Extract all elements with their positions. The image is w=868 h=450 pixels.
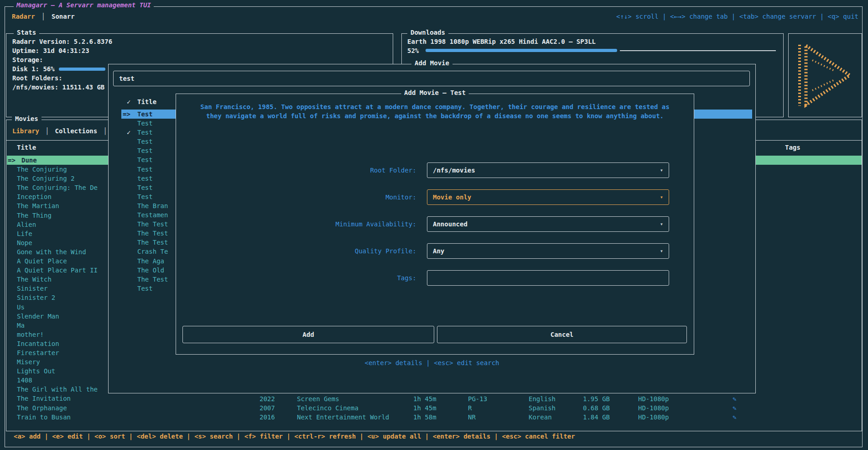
movie-title: Nope <box>17 238 32 247</box>
storage-label: Storage: <box>12 56 43 63</box>
chevron-down-icon: ▾ <box>660 244 663 258</box>
radarr-version: Radarr Version: 5.2.6.8376 <box>12 38 112 45</box>
movie-title: Alien <box>17 220 36 229</box>
table-row[interactable]: 2007 Telecinco Cinema 1h 45m R Spanish 0… <box>6 403 862 413</box>
add-movie-keybinds-help: <enter> details | <esc> edit search <box>109 359 755 366</box>
cell-studio: Telecinco Cinema <box>297 403 359 413</box>
result-title: The Test <box>137 229 168 238</box>
cell-rating: R <box>468 403 472 413</box>
result-title: Test <box>137 146 153 155</box>
selection-arrow: => <box>123 110 130 119</box>
tab-sonarr[interactable]: Sonarr <box>52 13 75 20</box>
movie-title: The Martian <box>17 201 59 210</box>
movie-title: Slender Man <box>17 312 59 321</box>
field-label: Quality Profile: <box>176 243 420 259</box>
cancel-button[interactable]: Cancel <box>437 326 687 343</box>
result-title: The Old <box>137 266 164 275</box>
global-keybinds-help: <↑↓> scroll | <←→> change tab | <tab> ch… <box>616 13 858 20</box>
cell-studio: Screen Gems <box>297 394 339 403</box>
movie-title: Misery <box>17 357 40 366</box>
form-field-row: Minimum Availability: Announced ▾ <box>176 216 694 232</box>
cell-rating: PG-13 <box>468 394 487 403</box>
search-input-value: test <box>119 71 135 86</box>
cell-runtime: 1h 58m <box>413 413 437 422</box>
cell-runtime: 1h 45m <box>413 403 437 413</box>
result-title: Crash Te <box>137 247 168 256</box>
download-progress-track <box>620 50 776 51</box>
movie-title: Sinister 2 <box>17 293 55 302</box>
movie-title: Sinister <box>17 284 47 293</box>
field-dropdown[interactable]: Any ▾ <box>427 243 669 259</box>
field-label: Monitor: <box>176 189 420 205</box>
stats-panel-title: Stats <box>14 29 39 36</box>
result-title: The Test <box>137 220 168 229</box>
table-row[interactable]: 2016 Next Entertainment World 1h 58m NR … <box>6 413 862 422</box>
table-row[interactable]: 2022 Screen Gems 1h 45m PG-13 English 1.… <box>6 394 862 403</box>
movie-title: Lights Out <box>17 366 55 376</box>
movie-title: The Witch <box>17 275 52 284</box>
managarr-screen: Managarr – A Servarr management TUI Rada… <box>0 0 868 450</box>
movie-title: A Quiet Place <box>17 256 67 266</box>
monitored-icon: ✎ <box>733 403 736 413</box>
field-label: Root Folder: <box>176 162 420 178</box>
movie-title: Firestarter <box>17 348 59 357</box>
managarr-logo <box>797 42 853 109</box>
disk-usage-bar <box>59 68 105 71</box>
result-title: Test <box>137 183 153 192</box>
downloads-panel-title: Downloads <box>407 29 448 36</box>
movie-title: Life <box>17 229 32 238</box>
movie-search-input[interactable]: test <box>113 71 750 86</box>
cell-quality: HD-1080p <box>638 403 669 413</box>
checkmark-icon: ✓ <box>127 98 130 105</box>
movie-title: Ma <box>17 321 25 330</box>
result-title: The Bran <box>137 201 168 210</box>
column-header-title: Title <box>17 144 36 151</box>
field-value: /nfs/movies <box>433 163 475 178</box>
movie-title: The Conjuring <box>17 165 67 174</box>
cell-size: 1.95 GB <box>583 394 610 403</box>
servarr-tabbar: Radarr│Sonarr <box>12 13 81 20</box>
root-folder-value: /nfs/movies: 11511.43 GB <box>12 84 104 91</box>
movie-description: San Francisco, 1985. Two opposites attra… <box>176 102 694 120</box>
result-title: test <box>137 174 153 183</box>
cell-year: 2007 <box>260 403 275 413</box>
add-movie-panel-title: Add Movie <box>411 59 452 67</box>
cell-language: English <box>529 394 556 403</box>
field-value: Announced <box>433 217 468 231</box>
column-header-tags: Tags <box>785 144 800 151</box>
field-value: Movie only <box>433 190 471 204</box>
add-movie-modal: Add Movie – Test San Francisco, 1985. Tw… <box>176 94 694 355</box>
movie-title: The Conjuring 2 <box>17 174 74 183</box>
cell-size: 1.84 GB <box>583 413 610 422</box>
result-title: Test <box>137 284 153 293</box>
result-title: Test <box>137 128 153 137</box>
result-title: Test <box>137 137 153 146</box>
form-field-row: Tags: <box>176 270 694 286</box>
movie-title: Incantation <box>17 339 59 348</box>
cell-quality: HD-1080p <box>638 413 669 422</box>
field-dropdown[interactable]: Announced ▾ <box>427 216 669 232</box>
cell-language: Korean <box>529 413 552 422</box>
cell-language: Spanish <box>529 403 556 413</box>
movie-title: The Thing <box>17 211 52 220</box>
result-title: Testamen <box>137 210 168 220</box>
result-title: The Test <box>137 275 168 284</box>
field-dropdown[interactable] <box>427 270 669 286</box>
tab-library[interactable]: Library <box>12 127 39 135</box>
add-button[interactable]: Add <box>182 326 434 343</box>
modal-title: Add Movie – Test <box>401 89 469 96</box>
field-dropdown[interactable]: Movie only ▾ <box>427 189 669 205</box>
chevron-down-icon: ▾ <box>660 217 663 231</box>
movie-title: The Conjuring: The De <box>17 183 98 192</box>
t ab-collections[interactable]: Collections <box>55 127 97 135</box>
movies-tab-separator: │ <box>45 127 49 135</box>
tab-radarr[interactable]: Radarr <box>12 13 35 20</box>
disk-usage-label: Disk 1: 56% <box>12 65 55 73</box>
results-title-header: Title <box>137 98 156 105</box>
field-value: Any <box>433 244 444 258</box>
movie-title: Gone with the Wind <box>17 247 86 256</box>
cell-runtime: 1h 45m <box>413 394 437 403</box>
movie-title: Dune <box>21 156 37 165</box>
field-dropdown[interactable]: /nfs/movies ▾ <box>427 162 669 178</box>
cell-rating: NR <box>468 413 476 422</box>
